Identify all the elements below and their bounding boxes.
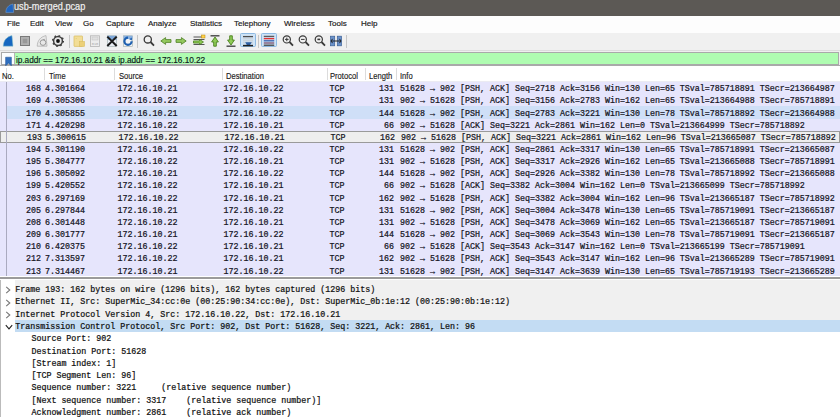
svg-text:010: 010 [92,42,98,46]
